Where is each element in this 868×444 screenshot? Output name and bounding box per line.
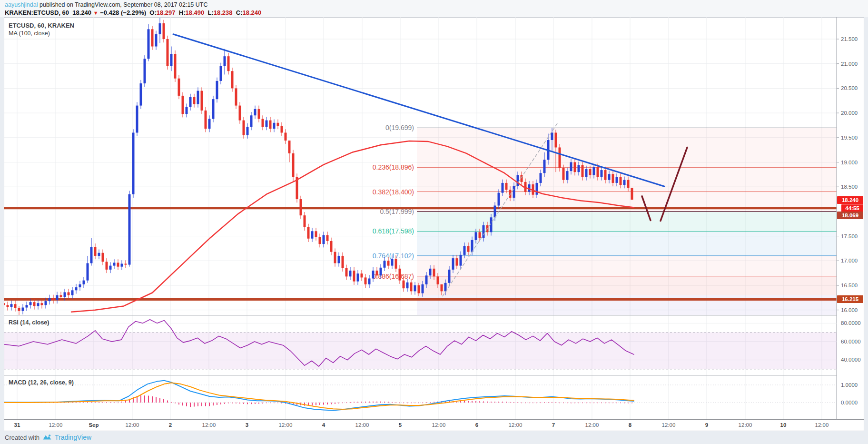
- candle-body: [368, 279, 371, 284]
- candle-body: [380, 268, 382, 276]
- macd-histogram-bar: [228, 403, 229, 403]
- macd-histogram-bar: [281, 403, 282, 404]
- macd-histogram-bar: [87, 402, 88, 403]
- time-label-day: 2: [169, 422, 172, 428]
- macd-histogram-bar: [205, 403, 206, 406]
- fib-label: 0.618(17.598): [373, 227, 414, 235]
- candle-body: [52, 298, 55, 300]
- candle-body: [425, 275, 428, 284]
- candle-body: [620, 177, 622, 185]
- macd-histogram-bar: [521, 403, 522, 403]
- time-label-day: 10: [780, 422, 787, 428]
- candle-body: [357, 273, 359, 282]
- macd-histogram-bar: [536, 403, 537, 403]
- macd-histogram-bar: [357, 402, 358, 403]
- macd-histogram-bar: [270, 403, 271, 403]
- candle-body: [94, 247, 97, 256]
- time-label-hour: 12:00: [509, 422, 523, 428]
- chart-canvas[interactable]: 0(19.699)0.236(18.896)0.382(18.400)0.5(1…: [0, 0, 868, 444]
- macd-histogram-bar: [266, 403, 267, 403]
- indicator-tick-label: 80.0000: [841, 320, 861, 326]
- macd-histogram-bar: [472, 401, 473, 403]
- macd-histogram-bar: [277, 403, 278, 403]
- macd-histogram-bar: [399, 403, 400, 403]
- candle-body: [475, 232, 477, 240]
- candle-body: [384, 261, 386, 267]
- candle-body: [132, 132, 135, 194]
- candle-body: [608, 174, 611, 180]
- macd-histogram-bar: [414, 403, 415, 403]
- candle-body: [562, 168, 565, 180]
- macd-histogram-bar: [590, 403, 591, 403]
- macd-histogram-bar: [578, 403, 579, 403]
- candle-body: [212, 99, 215, 119]
- macd-histogram-bar: [529, 403, 530, 403]
- time-label-day: Sep: [89, 422, 99, 428]
- macd-histogram-bar: [95, 402, 96, 403]
- macd-histogram-bar: [327, 403, 328, 404]
- macd-histogram-bar: [597, 403, 598, 403]
- candle-body: [288, 141, 291, 153]
- macd-histogram-bar: [316, 403, 316, 405]
- price-tick-label: 21.500: [841, 36, 858, 42]
- macd-histogram-bar: [346, 403, 347, 403]
- candle-body: [201, 91, 203, 111]
- macd-histogram-bar: [194, 403, 195, 407]
- macd-histogram-bar: [567, 403, 568, 403]
- macd-histogram-bar: [220, 403, 221, 404]
- candle-body: [551, 132, 553, 140]
- macd-histogram-bar: [506, 402, 507, 403]
- macd-histogram-bar: [616, 403, 617, 403]
- candle-body: [300, 199, 302, 215]
- candle-body: [208, 119, 211, 129]
- candle-body: [464, 246, 466, 255]
- macd-histogram-bar: [422, 403, 423, 403]
- candle-body: [117, 262, 119, 266]
- candle-body: [330, 241, 333, 252]
- fib-band: [417, 276, 837, 295]
- candle-body: [418, 285, 420, 293]
- candle-body: [597, 167, 599, 177]
- candle-body: [182, 96, 184, 114]
- candle-body: [148, 29, 150, 59]
- candle-body: [460, 255, 462, 266]
- candle-body: [429, 269, 432, 275]
- macd-histogram-bar: [335, 403, 335, 404]
- indicator-tick-label: 0.0000: [841, 400, 858, 405]
- candle-body: [90, 247, 93, 263]
- candle-body: [26, 305, 28, 307]
- rsi-legend: RSI (14, close): [9, 319, 49, 326]
- macd-histogram-bar: [544, 402, 545, 403]
- macd-histogram-bar: [487, 402, 488, 403]
- macd-histogram-bar: [380, 402, 381, 403]
- candle-body: [536, 183, 538, 195]
- candle-body: [178, 79, 180, 96]
- candle-body: [467, 246, 470, 252]
- price-tick-label: 20.000: [841, 110, 858, 116]
- candle-body: [193, 97, 196, 104]
- candle-body: [7, 305, 9, 307]
- macd-histogram-bar: [491, 402, 492, 403]
- candle-body: [479, 232, 481, 238]
- macd-histogram-bar: [407, 403, 408, 403]
- candle-body: [307, 227, 310, 239]
- candle-body: [505, 183, 508, 190]
- time-label-day: 3: [246, 422, 248, 428]
- time-label-day: 4: [322, 422, 325, 428]
- candle-body: [543, 160, 546, 173]
- fib-label: 0.382(18.400): [373, 188, 414, 196]
- candle-body: [220, 66, 222, 81]
- macd-histogram-bar: [178, 403, 179, 404]
- created-with-text: Created with: [5, 434, 39, 441]
- fib-band: [417, 212, 837, 231]
- tradingview-link[interactable]: TradingView: [55, 434, 91, 441]
- price-tick-label: 16.000: [841, 307, 858, 313]
- candle-body: [10, 304, 13, 307]
- price-tick-label: 16.500: [841, 283, 858, 288]
- candle-body: [113, 262, 116, 265]
- macd-histogram-bar: [163, 399, 164, 403]
- candle-body: [79, 284, 81, 287]
- indicator-tick-label: 60.0000: [841, 339, 861, 344]
- candle-body: [604, 170, 607, 180]
- time-label-day: 31: [14, 422, 20, 428]
